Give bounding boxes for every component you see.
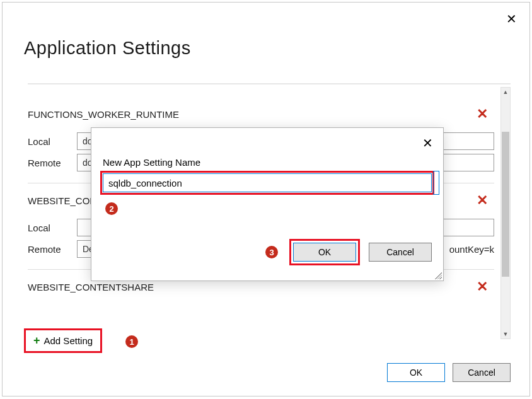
ok-button[interactable]: OK xyxy=(387,363,445,382)
popup-close-icon[interactable]: ✕ xyxy=(422,136,433,151)
callout-badge-3: 3 xyxy=(265,246,278,258)
popup-label: New App Setting Name xyxy=(103,157,200,168)
cancel-button[interactable]: Cancel xyxy=(453,363,511,382)
row-label-remote: Remote xyxy=(28,244,77,255)
setting-name: FUNCTIONS_WORKER_RUNTIME xyxy=(28,109,179,120)
close-icon[interactable]: ✕ xyxy=(506,11,517,26)
row-label-remote: Remote xyxy=(28,158,77,168)
scroll-up-icon[interactable]: ▲ xyxy=(501,88,510,96)
page-title: Application Settings xyxy=(3,3,529,59)
popup-cancel-button[interactable]: Cancel xyxy=(369,243,432,262)
setting-name: WEBSITE_CON xyxy=(28,195,96,206)
popup-ok-highlight: OK xyxy=(289,239,360,265)
focus-edge xyxy=(433,171,439,195)
remote-value-tail: ountKey=k xyxy=(449,244,494,255)
scroll-thumb[interactable] xyxy=(502,132,509,277)
footer-buttons: OK Cancel xyxy=(387,363,511,382)
popup-ok-button[interactable]: OK xyxy=(293,243,356,262)
add-setting-label: Add Setting xyxy=(44,335,93,346)
resize-grip-icon[interactable] xyxy=(433,270,442,279)
new-setting-popup: ✕ New App Setting Name 2 3 OK Cancel xyxy=(91,127,444,281)
delete-icon[interactable]: ✕ xyxy=(477,279,492,295)
scrollbar[interactable]: ▲ ▼ xyxy=(500,87,511,339)
dialog-window: ✕ Application Settings ▲ ▼ FUNCTIONS_WOR… xyxy=(2,2,530,396)
popup-input-highlight xyxy=(100,171,434,195)
setting-name-input[interactable] xyxy=(103,173,432,192)
add-setting-button[interactable]: + Add Setting xyxy=(24,328,102,353)
delete-icon[interactable]: ✕ xyxy=(477,192,492,209)
delete-icon[interactable]: ✕ xyxy=(477,106,492,122)
setting-name: WEBSITE_CONTENTSHARE xyxy=(28,282,154,292)
popup-buttons: 3 OK Cancel xyxy=(265,239,432,265)
divider xyxy=(28,83,511,84)
row-label-local: Local xyxy=(28,223,77,233)
plus-icon: + xyxy=(33,334,40,347)
add-setting-highlight: + Add Setting xyxy=(24,328,102,353)
callout-badge-2: 2 xyxy=(105,202,118,215)
setting-header: FUNCTIONS_WORKER_RUNTIME ✕ xyxy=(28,90,494,129)
callout-badge-1: 1 xyxy=(125,335,138,348)
scroll-down-icon[interactable]: ▼ xyxy=(501,330,510,338)
row-label-local: Local xyxy=(28,136,77,147)
